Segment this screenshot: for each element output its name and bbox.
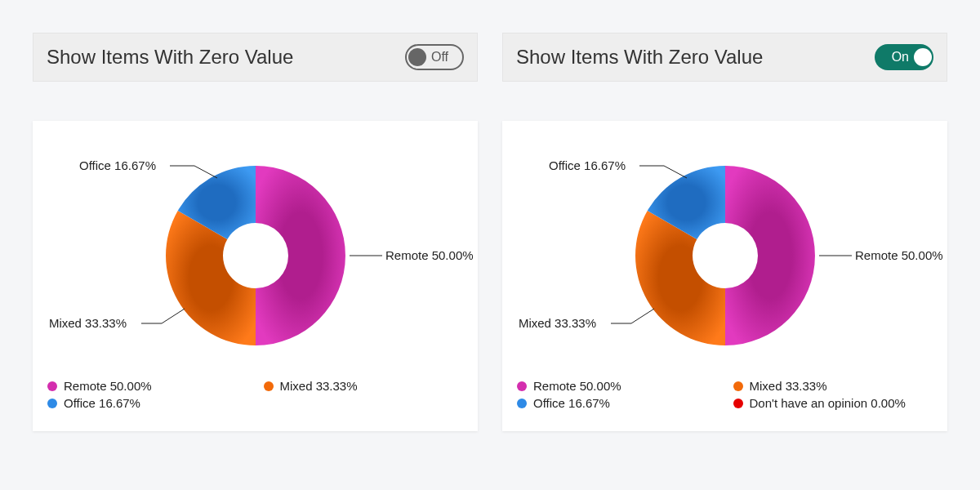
legend-swatch-icon — [47, 399, 57, 408]
legend-label: Don't have an opinion 0.00% — [750, 396, 906, 410]
donut-chart-on: Remote 50.00% Mixed 33.33% Office 16.67% — [517, 137, 933, 374]
legend-item[interactable]: Don't have an opinion 0.00% — [733, 396, 933, 410]
legend-item[interactable]: Mixed 33.33% — [264, 379, 464, 393]
callout-remote: Remote 50.00% — [855, 248, 943, 262]
legend-item[interactable]: Office 16.67% — [47, 396, 247, 410]
callout-mixed: Mixed 33.33% — [519, 316, 596, 330]
legend-item[interactable]: Remote 50.00% — [47, 379, 247, 393]
toggle-bar-on: Show Items With Zero Value On — [502, 33, 947, 82]
toggle-label: Show Items With Zero Value — [47, 46, 293, 69]
donut-chart-off: Remote 50.00% Mixed 33.33% Office 16.67% — [47, 137, 463, 374]
legend-label: Remote 50.00% — [533, 379, 621, 393]
callout-mixed: Mixed 33.33% — [49, 316, 127, 330]
legend-on: Remote 50.00%Mixed 33.33%Office 16.67%Do… — [517, 379, 933, 410]
callout-office: Office 16.67% — [79, 158, 156, 172]
legend-swatch-icon — [733, 381, 743, 391]
callout-office: Office 16.67% — [549, 158, 626, 172]
legend-swatch-icon — [733, 399, 743, 408]
toggle-knob-icon — [408, 48, 426, 66]
legend-label: Mixed 33.33% — [750, 379, 827, 393]
toggle-label: Show Items With Zero Value — [516, 46, 763, 69]
panel-zero-off: Show Items With Zero Value Off — [33, 33, 478, 431]
legend-swatch-icon — [517, 381, 527, 391]
toggle-knob-icon — [914, 48, 932, 66]
legend-label: Office 16.67% — [533, 396, 610, 410]
zero-value-toggle-on[interactable]: On — [875, 44, 933, 70]
panel-zero-on: Show Items With Zero Value On — [502, 33, 947, 431]
legend-item[interactable]: Mixed 33.33% — [733, 379, 933, 393]
legend-swatch-icon — [264, 381, 274, 391]
legend-swatch-icon — [47, 381, 57, 391]
legend-swatch-icon — [517, 399, 527, 408]
callout-remote: Remote 50.00% — [385, 248, 474, 262]
legend-label: Remote 50.00% — [64, 379, 152, 393]
toggle-bar-off: Show Items With Zero Value Off — [33, 33, 478, 82]
legend-off: Remote 50.00%Mixed 33.33%Office 16.67% — [47, 379, 463, 410]
legend-label: Mixed 33.33% — [280, 379, 358, 393]
zero-value-toggle-off[interactable]: Off — [405, 44, 464, 70]
chart-card-on: Remote 50.00% Mixed 33.33% Office 16.67%… — [502, 121, 947, 431]
legend-item[interactable]: Remote 50.00% — [517, 379, 717, 393]
legend-label: Office 16.67% — [64, 396, 140, 410]
toggle-state-text: Off — [431, 50, 448, 65]
legend-item[interactable]: Office 16.67% — [517, 396, 717, 410]
chart-card-off: Remote 50.00% Mixed 33.33% Office 16.67%… — [33, 121, 478, 431]
toggle-state-text: On — [892, 50, 909, 65]
